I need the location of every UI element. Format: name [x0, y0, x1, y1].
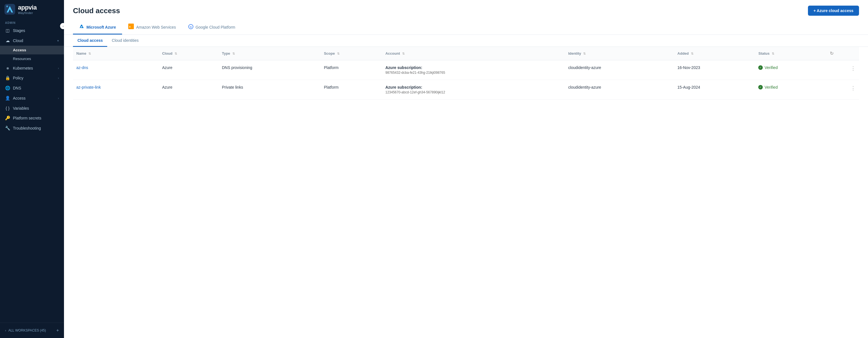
- sidebar-item-platform-secrets[interactable]: 🔑 Platform secrets: [0, 113, 64, 123]
- row2-name-link[interactable]: az-private-link: [76, 85, 101, 90]
- table-header-row: Name ⇅ Cloud ⇅ Type ⇅ Scope ⇅: [73, 47, 859, 60]
- sidebar-item-troubleshooting[interactable]: 🔧 Troubleshooting: [0, 123, 64, 133]
- nav-section-admin: ADMIN: [0, 18, 64, 26]
- sidebar-item-policy[interactable]: 🔒 Policy ›: [0, 73, 64, 83]
- refresh-icon[interactable]: ↻: [830, 51, 834, 56]
- cell-status-1: ✓ Verified: [755, 60, 827, 80]
- row2-identity: cloudidentity-azure: [568, 85, 601, 90]
- platform-secrets-icon: 🔑: [5, 115, 10, 121]
- all-workspaces-button[interactable]: › ALL WORKSPACES (45) +: [5, 326, 59, 335]
- sidebar-subitem-access[interactable]: Access: [0, 46, 64, 55]
- sort-identity-icon: ⇅: [583, 52, 586, 55]
- aws-icon: a: [128, 24, 134, 29]
- row1-type: DNS provisioning: [222, 65, 252, 70]
- cell-scope-1: Platform: [320, 60, 382, 80]
- row2-type: Private links: [222, 85, 243, 90]
- stages-icon: ◫: [5, 28, 10, 33]
- page-title: Cloud access: [73, 6, 120, 15]
- logo-area: appvia Wayfinder: [0, 0, 64, 18]
- svg-rect-2: [6, 6, 8, 7]
- row1-identity: cloudidentity-azure: [568, 65, 601, 70]
- col-scope[interactable]: Scope ⇅: [320, 47, 382, 60]
- row1-status-text: Verified: [765, 65, 778, 70]
- kubernetes-chevron-icon: ›: [58, 66, 59, 70]
- policy-chevron-icon: ›: [58, 76, 59, 80]
- cell-cloud-2: Azure: [159, 80, 219, 100]
- add-workspace-icon[interactable]: +: [56, 328, 59, 333]
- cell-menu-2: ⋮: [827, 80, 859, 100]
- subtab-cloud-access-label: Cloud access: [78, 38, 103, 43]
- sidebar-subitem-resources[interactable]: Resources: [0, 55, 64, 63]
- row1-cloud: Azure: [162, 65, 173, 70]
- sidebar-item-variables[interactable]: { } Variables: [0, 103, 64, 113]
- sidebar-item-stages-label: Stages: [13, 28, 25, 33]
- sidebar-item-dns[interactable]: 🌐 DNS: [0, 83, 64, 93]
- svg-text:G: G: [190, 26, 192, 28]
- azure-tab-label: Microsoft Azure: [87, 25, 116, 29]
- cloud-provider-tabs: Microsoft Azure a Amazon Web Services G …: [64, 16, 868, 35]
- access-icon: 👤: [5, 96, 10, 101]
- svg-marker-3: [80, 25, 84, 28]
- cell-name-1: az-dns: [73, 60, 159, 80]
- sidebar-item-troubleshooting-label: Troubleshooting: [13, 126, 41, 130]
- verified-dot-icon-2: ✓: [758, 85, 763, 90]
- cell-account-2: Azure subscription: 12345670-abcd-12ef-g…: [382, 80, 565, 100]
- sort-account-icon: ⇅: [402, 52, 405, 55]
- cell-added-1: 16-Nov-2023: [674, 60, 755, 80]
- sidebar-item-variables-label: Variables: [13, 106, 29, 110]
- col-added[interactable]: Added ⇅: [674, 47, 755, 60]
- sort-cloud-icon: ⇅: [175, 52, 177, 55]
- brand-sub: Wayfinder: [18, 11, 37, 14]
- cell-menu-1: ⋮: [827, 60, 859, 80]
- sidebar-item-kubernetes[interactable]: ⎈ Kubernetes ›: [0, 63, 64, 73]
- col-cloud[interactable]: Cloud ⇅: [159, 47, 219, 60]
- cloud-icon: ☁: [5, 38, 10, 43]
- sidebar-subitem-access-label: Access: [13, 48, 26, 52]
- col-type[interactable]: Type ⇅: [219, 47, 321, 60]
- sort-name-icon: ⇅: [88, 52, 91, 55]
- row2-added: 15-Aug-2024: [677, 85, 700, 90]
- cell-scope-2: Platform: [320, 80, 382, 100]
- add-azure-cloud-access-button[interactable]: + Azure cloud access: [808, 6, 859, 16]
- page-header: Cloud access + Azure cloud access: [64, 0, 868, 16]
- col-name[interactable]: Name ⇅: [73, 47, 159, 60]
- col-account[interactable]: Account ⇅: [382, 47, 565, 60]
- sidebar-item-stages[interactable]: ◫ Stages: [0, 26, 64, 36]
- cell-identity-1: cloudidentity-azure: [565, 60, 674, 80]
- sidebar-bottom: › ALL WORKSPACES (45) +: [0, 323, 64, 338]
- row1-added: 16-Nov-2023: [677, 65, 700, 70]
- col-identity[interactable]: Identity ⇅: [565, 47, 674, 60]
- subtab-cloud-access[interactable]: Cloud access: [73, 35, 107, 47]
- tab-google-cloud-platform[interactable]: G Google Cloud Platform: [182, 21, 242, 34]
- row2-status-badge: ✓ Verified: [758, 85, 823, 90]
- row1-name-link[interactable]: az-dns: [76, 65, 88, 70]
- tab-amazon-web-services[interactable]: a Amazon Web Services: [122, 21, 182, 35]
- subtab-cloud-identities[interactable]: Cloud identities: [107, 35, 143, 47]
- sidebar-item-access-top[interactable]: 👤 Access ›: [0, 93, 64, 103]
- subtab-cloud-identities-label: Cloud identities: [112, 38, 138, 43]
- row1-status-badge: ✓ Verified: [758, 65, 823, 70]
- sidebar-item-platform-secrets-label: Platform secrets: [13, 116, 41, 120]
- row2-menu-button[interactable]: ⋮: [830, 85, 856, 91]
- row2-account-value: 12345670-abcd-12ef-gh34-567890ijkl12: [385, 90, 561, 94]
- col-status[interactable]: Status ⇅: [755, 47, 827, 60]
- tab-microsoft-azure[interactable]: Microsoft Azure: [73, 21, 122, 34]
- cell-type-1: DNS provisioning: [219, 60, 321, 80]
- row1-menu-button[interactable]: ⋮: [830, 65, 856, 71]
- row2-status-text: Verified: [765, 85, 778, 90]
- sort-scope-icon: ⇅: [337, 52, 340, 55]
- sidebar-item-cloud[interactable]: ☁ Cloud ▾: [0, 36, 64, 46]
- sidebar-item-dns-label: DNS: [13, 86, 21, 90]
- gcp-icon: G: [188, 24, 193, 29]
- all-workspaces-label: ALL WORKSPACES (45): [8, 329, 46, 332]
- variables-icon: { }: [5, 106, 10, 110]
- sort-added-icon: ⇅: [691, 52, 693, 55]
- sidebar-subitem-resources-label: Resources: [13, 57, 31, 61]
- policy-icon: 🔒: [5, 75, 10, 80]
- brand-name: appvia: [18, 4, 37, 11]
- cell-added-2: 15-Aug-2024: [674, 80, 755, 100]
- aws-tab-label: Amazon Web Services: [136, 25, 176, 29]
- sidebar: appvia Wayfinder ‹ ADMIN ◫ Stages ☁ Clou…: [0, 0, 64, 338]
- cloud-chevron-icon: ▾: [57, 39, 59, 43]
- row2-cloud: Azure: [162, 85, 173, 90]
